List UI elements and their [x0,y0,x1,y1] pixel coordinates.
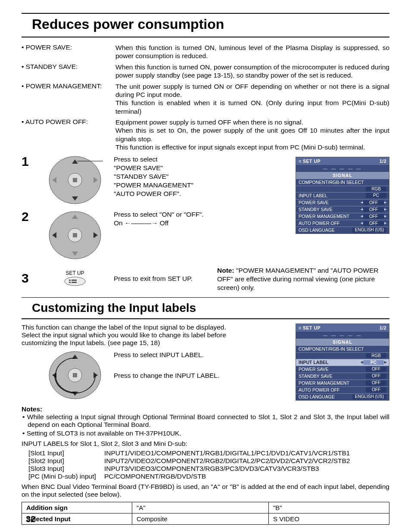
note-item: While selecting a Input signal through O… [22,413,389,429]
dpad-icon [47,154,103,206]
svg-rect-20 [72,282,77,283]
setup-button-label: SET UP [65,270,84,276]
note-block: Note: "POWER MANAGEMENT" and "AUTO POWER… [217,266,389,292]
intro-text: This function can change the label of th… [22,324,263,347]
feature-row: • STANDBY SAVE: When this function is tu… [22,63,389,80]
table-cell: "B" [268,502,389,513]
osd-setup-menu-2: ≡ SET UP1/2 — — — — — SIGNAL COMPONENT/R… [296,324,389,401]
table-header: Addition sign [22,502,132,513]
page-number: 32 [26,514,35,524]
page-title: Reduces power consumption [32,16,389,32]
bnc-note: When BNC Dual Video Terminal Board (TY-F… [22,483,389,498]
step-number: 3 [22,271,36,286]
note-item: Setting of SLOT3 is not available on TH-… [22,429,389,437]
svg-rect-18 [72,280,77,281]
feature-desc: When this function is turned ON, power c… [115,63,389,80]
step-3: 3 SET UP Press to exit from SET UP. Note… [22,264,389,292]
feature-label: • POWER SAVE: [22,44,115,60]
feature-desc: The unit power supply is turned ON or OF… [115,82,389,116]
dpad-icon [47,349,103,401]
feature-list: • POWER SAVE: When this function is turn… [22,44,389,152]
setup-button-icon [63,276,87,286]
step-number: 2 [22,209,36,224]
table-header: Selected Input [22,513,132,524]
feature-desc: When this function is turned ON, luminou… [115,44,389,60]
step-text: Press to exit from SET UP. [114,274,200,283]
notes-block: Notes: While selecting a Input signal th… [22,405,389,437]
feature-label: • POWER MANAGEMENT: [22,82,115,116]
notes-heading: Notes: [22,405,389,413]
feature-desc: Equipment power supply is turned OFF whe… [115,118,389,152]
section-title: Customizing the Input labels [22,301,389,319]
page-title-bar: Reduces power consumption [22,13,389,37]
feature-label: • AUTO POWER OFF: [22,118,115,152]
input-labels-list: [Slot1 Input]INPUT1/VIDEO1/COMPONENT1/RG… [22,449,389,480]
feature-row: • POWER MANAGEMENT: The unit power suppl… [22,82,389,116]
table-cell: Composite [132,513,268,524]
feature-row: • AUTO POWER OFF: Equipment power supply… [22,118,389,152]
feature-row: • POWER SAVE: When this function is turn… [22,44,389,60]
labels-heading: INPUT LABELS for Slot 1, Slot 2, Slot 3 … [22,440,389,448]
svg-rect-17 [69,280,71,281]
svg-rect-2 [73,178,77,182]
svg-rect-11 [73,233,77,237]
table-cell: "A" [132,502,268,513]
dpad-icon [47,209,103,261]
feature-label: • STANDBY SAVE: [22,63,115,80]
table-cell: S VIDEO [268,513,389,524]
addition-table: Addition sign "A" "B" Selected Input Com… [22,502,389,525]
svg-rect-19 [69,282,71,283]
svg-point-16 [65,277,85,286]
svg-rect-23 [73,373,77,377]
step-number: 1 [22,154,36,169]
osd-setup-menu-1: ≡ SET UP1/2 — — — — — SIGNAL COMPONENT/R… [296,157,389,234]
